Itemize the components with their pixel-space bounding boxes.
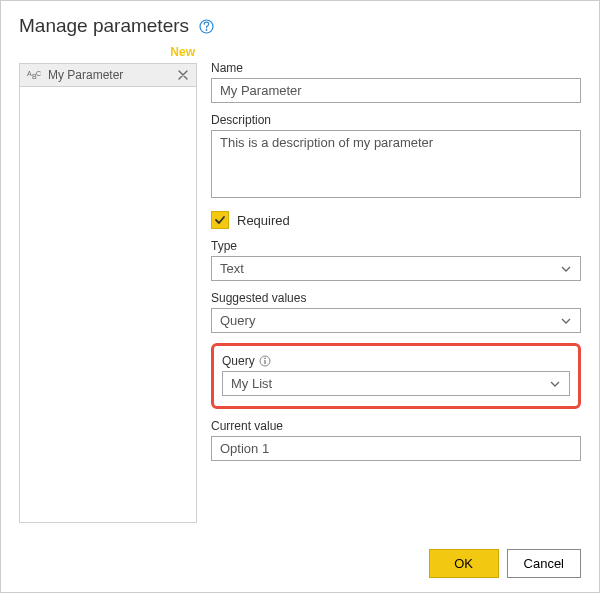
query-select-value: My List xyxy=(231,376,272,391)
delete-parameter-icon[interactable] xyxy=(176,70,190,80)
query-select[interactable]: My List xyxy=(222,371,570,396)
parameter-list: A B C My Parameter xyxy=(19,63,197,523)
manage-parameters-dialog: Manage parameters New A B C xyxy=(0,0,600,593)
required-label: Required xyxy=(237,213,290,228)
chevron-down-icon xyxy=(560,315,572,327)
svg-rect-7 xyxy=(264,360,265,364)
description-field: Description xyxy=(211,113,581,201)
new-parameter-link[interactable]: New xyxy=(19,43,197,63)
parameter-list-item[interactable]: A B C My Parameter xyxy=(20,64,196,87)
dialog-header: Manage parameters xyxy=(19,15,581,37)
current-value-label: Current value xyxy=(211,419,581,433)
suggested-values-label: Suggested values xyxy=(211,291,581,305)
query-label-text: Query xyxy=(222,354,255,368)
help-icon[interactable] xyxy=(199,19,214,34)
query-label: Query xyxy=(222,354,570,368)
info-icon[interactable] xyxy=(259,355,271,367)
parameter-item-name: My Parameter xyxy=(48,68,170,82)
svg-text:C: C xyxy=(36,70,41,77)
ok-button[interactable]: OK xyxy=(429,549,499,578)
type-select[interactable]: Text xyxy=(211,256,581,281)
dialog-footer: OK Cancel xyxy=(429,549,581,578)
query-highlight: Query My List xyxy=(211,343,581,409)
current-value-field: Current value xyxy=(211,419,581,461)
dialog-body: New A B C My Parameter xyxy=(19,43,581,523)
svg-point-1 xyxy=(206,29,208,31)
name-label: Name xyxy=(211,61,581,75)
description-label: Description xyxy=(211,113,581,127)
required-field: Required xyxy=(211,211,581,229)
type-label: Type xyxy=(211,239,581,253)
suggested-values-field: Suggested values Query xyxy=(211,291,581,333)
name-field: Name xyxy=(211,61,581,103)
name-input[interactable] xyxy=(211,78,581,103)
current-value-input[interactable] xyxy=(211,436,581,461)
type-field: Type Text xyxy=(211,239,581,281)
parameter-type-icon: A B C xyxy=(26,68,42,82)
dialog-title: Manage parameters xyxy=(19,15,189,37)
chevron-down-icon xyxy=(560,263,572,275)
suggested-values-select-value: Query xyxy=(220,313,255,328)
query-field: Query My List xyxy=(222,354,570,396)
parameter-sidebar: New A B C My Parameter xyxy=(19,43,197,523)
required-checkbox[interactable] xyxy=(211,211,229,229)
chevron-down-icon xyxy=(549,378,561,390)
parameter-form: Name Description Required Type Text xyxy=(211,43,581,523)
svg-point-6 xyxy=(264,357,266,359)
suggested-values-select[interactable]: Query xyxy=(211,308,581,333)
description-input[interactable] xyxy=(211,130,581,198)
type-select-value: Text xyxy=(220,261,244,276)
cancel-button[interactable]: Cancel xyxy=(507,549,581,578)
